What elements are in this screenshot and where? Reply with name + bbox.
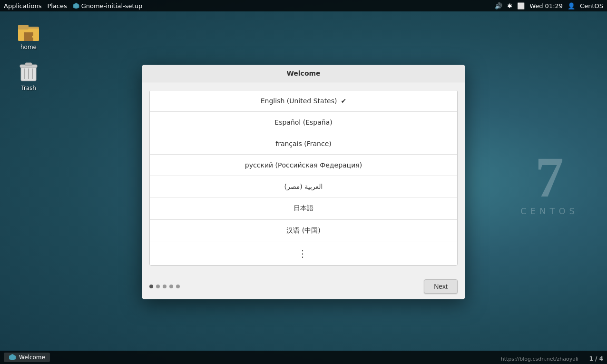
lang-label-es-es: Español (España) [274,118,332,126]
svg-marker-0 [73,3,79,9]
dialog-content: English (United States) ✔ Español (Españ… [142,82,465,274]
lang-label-en-us: English (United States) [261,97,337,105]
topbar-left: Applications Places Gnome-initial-setup [4,2,142,10]
page-dots [149,285,180,288]
lang-item-more[interactable]: ⋮ [150,242,457,266]
dot-4 [169,285,173,288]
lang-label-ar-eg: العربية (مصر) [284,183,323,190]
display-icon[interactable]: ⬜ [517,2,525,10]
taskbar-url: https://blog.csdn.net/zhaoyali [501,356,578,362]
next-button[interactable]: Next [424,279,458,294]
distro-label: CentOS [580,2,603,10]
language-list[interactable]: English (United States) ✔ Español (Españ… [149,90,458,266]
topbar-right: 🔊 ✱ ⬜ Wed 01:29 👤 CentOS [495,2,603,10]
lang-item-ar-eg[interactable]: العربية (مصر) [150,176,457,197]
lang-item-zh-cn[interactable]: 汉语 (中国) [150,220,457,242]
welcome-dialog: Welcome English (United States) ✔ Españo… [142,65,465,299]
places-menu[interactable]: Places [47,2,67,10]
app-menu[interactable]: Gnome-initial-setup [73,2,142,10]
taskbar-item-label: Welcome [19,354,45,361]
lang-label-zh-cn: 汉语 (中国) [286,226,320,235]
dot-1 [149,285,153,288]
lang-item-ru-ru[interactable]: русский (Российская Федерация) [150,155,457,176]
applications-menu[interactable]: Applications [4,2,41,10]
gnome-setup-icon [73,2,79,9]
dialog-title: Welcome [142,65,465,82]
dialog-footer: Next [142,274,465,299]
dot-2 [156,285,160,288]
check-icon: ✔ [341,97,347,105]
taskbar: Welcome https://blog.csdn.net/zhaoyali 1… [0,351,607,364]
lang-label-ja: 日本語 [294,204,313,213]
bluetooth-icon[interactable]: ✱ [507,2,512,10]
lang-label-ru-ru: русский (Российская Федерация) [245,161,362,169]
volume-icon[interactable]: 🔊 [495,2,502,10]
desktop: Applications Places Gnome-initial-setup … [0,0,607,364]
language-list-container: English (United States) ✔ Español (Españ… [149,90,458,266]
lang-label-fr-fr: français (France) [275,140,332,148]
lang-item-ja[interactable]: 日本語 [150,197,457,220]
user-icon[interactable]: 👤 [568,2,575,10]
svg-marker-12 [9,354,16,360]
dialog-overlay: Welcome English (United States) ✔ Españo… [0,11,607,353]
taskbar-item-welcome[interactable]: Welcome [4,353,50,362]
lang-item-en-us[interactable]: English (United States) ✔ [150,90,457,112]
lang-item-es-es[interactable]: Español (España) [150,112,457,133]
dot-5 [176,285,180,288]
clock: Wed 01:29 [529,2,563,10]
lang-item-fr-fr[interactable]: français (France) [150,133,457,155]
dot-3 [163,285,166,288]
taskbar-page: 1 / 4 [589,355,603,362]
more-dots-label: ⋮ [298,248,309,259]
taskbar-item-icon [9,354,16,361]
app-title: Gnome-initial-setup [81,2,142,10]
topbar: Applications Places Gnome-initial-setup … [0,0,607,11]
